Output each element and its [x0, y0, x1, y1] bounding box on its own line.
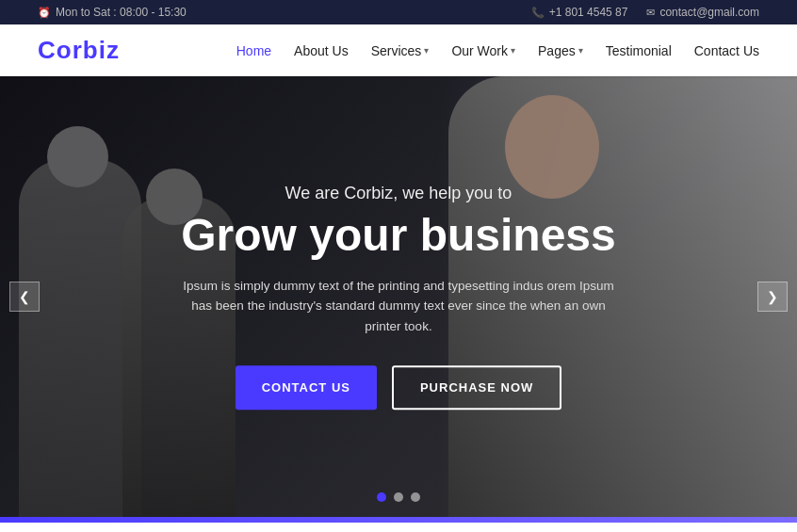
business-hours: ⏰ Mon to Sat : 08:00 - 15:30 [38, 6, 187, 19]
hero-description: Ipsum is simply dummy text of the printi… [182, 276, 615, 337]
nav-pages[interactable]: Pages ▾ [538, 43, 583, 58]
header: Corbiz Home About Us Services ▾ Our Work… [0, 24, 797, 76]
nav-about[interactable]: About Us [294, 43, 349, 58]
email-text: contact@gmail.com [659, 6, 759, 19]
nav-contact[interactable]: Contact Us [694, 43, 759, 58]
nav-services[interactable]: Services ▾ [371, 43, 430, 58]
ourwork-chevron: ▾ [511, 45, 515, 56]
hours-text: Mon to Sat : 08:00 - 15:30 [56, 6, 187, 19]
nav-testimonial[interactable]: Testimonial [606, 43, 672, 58]
bottom-accent-bar [0, 517, 797, 523]
clock-icon: ⏰ [38, 7, 51, 19]
email-icon: ✉ [646, 7, 655, 19]
carousel-dot-1[interactable] [377, 492, 386, 502]
purchase-now-button[interactable]: PURCHASE NOW [392, 365, 561, 410]
contact-us-button[interactable]: CONTACT US [236, 365, 377, 410]
hero-title: Grow your business [154, 211, 643, 261]
hero-buttons: CONTACT US PURCHASE NOW [154, 365, 643, 410]
services-chevron: ▾ [424, 45, 429, 56]
top-bar: ⏰ Mon to Sat : 08:00 - 15:30 📞 +1 801 45… [0, 0, 797, 24]
logo[interactable]: Corbiz [38, 36, 120, 65]
top-bar-left: ⏰ Mon to Sat : 08:00 - 15:30 [38, 6, 187, 19]
nav-home[interactable]: Home [236, 43, 271, 58]
phone-item[interactable]: 📞 +1 801 4545 87 [531, 6, 628, 19]
carousel-next-button[interactable]: ❯ [757, 282, 788, 312]
top-bar-right: 📞 +1 801 4545 87 ✉ contact@gmail.com [531, 6, 759, 19]
hero-subtitle: We are Corbiz, we help you to [154, 184, 643, 203]
carousel-dots [377, 492, 420, 502]
arrow-right-icon: ❯ [767, 289, 778, 304]
hero-content: We are Corbiz, we help you to Grow your … [154, 184, 643, 410]
carousel-dot-2[interactable] [394, 492, 403, 502]
nav-our-work[interactable]: Our Work ▾ [451, 43, 515, 58]
carousel-prev-button[interactable]: ❮ [9, 282, 40, 312]
pages-chevron: ▾ [578, 45, 583, 56]
arrow-left-icon: ❮ [19, 289, 30, 304]
carousel-dot-3[interactable] [411, 492, 420, 502]
email-item[interactable]: ✉ contact@gmail.com [646, 6, 759, 19]
navigation: Home About Us Services ▾ Our Work ▾ Page… [236, 43, 759, 58]
phone-text: +1 801 4545 87 [549, 6, 628, 19]
phone-icon: 📞 [531, 7, 545, 19]
hero-section: ❮ We are Corbiz, we help you to Grow you… [0, 76, 797, 517]
